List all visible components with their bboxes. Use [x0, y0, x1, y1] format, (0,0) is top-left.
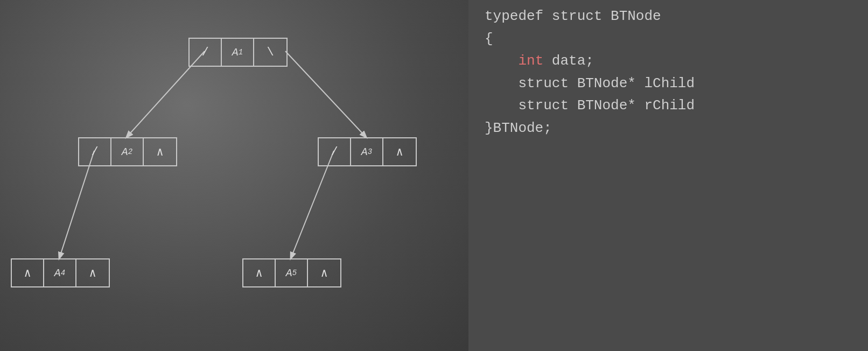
node-a1-left-ptr: / [190, 39, 222, 66]
svg-line-1 [285, 51, 366, 137]
node-a3-right-ptr: ∧ [383, 138, 416, 165]
node-a4-left-ptr: ∧ [12, 259, 44, 286]
svg-line-3 [291, 151, 334, 258]
node-a3-left-ptr: / [319, 138, 351, 165]
node-a3-label: A3 [351, 138, 383, 165]
node-a5: ∧ A5 ∧ [242, 258, 341, 287]
code-panel: typedef struct BTNode { int data; struct… [468, 0, 868, 351]
node-a5-right-ptr: ∧ [308, 259, 340, 286]
code-block: typedef struct BTNode { int data; struct… [485, 5, 852, 140]
node-a1-label: A1 [222, 39, 254, 66]
node-a2: / A2 ∧ [78, 137, 177, 166]
node-a4-label: A4 [44, 259, 76, 286]
code-line-1: typedef struct BTNode { int data; struct… [485, 8, 695, 136]
tree-panel: / A1 \ / A2 ∧ / A3 ∧ ∧ A4 ∧ ∧ A5 ∧ [0, 0, 468, 351]
node-a4: ∧ A4 ∧ [11, 258, 110, 287]
node-a3: / A3 ∧ [318, 137, 417, 166]
node-a5-left-ptr: ∧ [243, 259, 276, 286]
node-a2-right-ptr: ∧ [144, 138, 176, 165]
node-a2-label: A2 [111, 138, 144, 165]
node-a5-label: A5 [276, 259, 308, 286]
svg-line-2 [59, 151, 94, 258]
node-a2-left-ptr: / [79, 138, 111, 165]
node-a1: / A1 \ [188, 38, 288, 67]
node-a4-right-ptr: ∧ [76, 259, 109, 286]
tree-container: / A1 \ / A2 ∧ / A3 ∧ ∧ A4 ∧ ∧ A5 ∧ [0, 0, 468, 351]
node-a1-right-ptr: \ [254, 39, 286, 66]
